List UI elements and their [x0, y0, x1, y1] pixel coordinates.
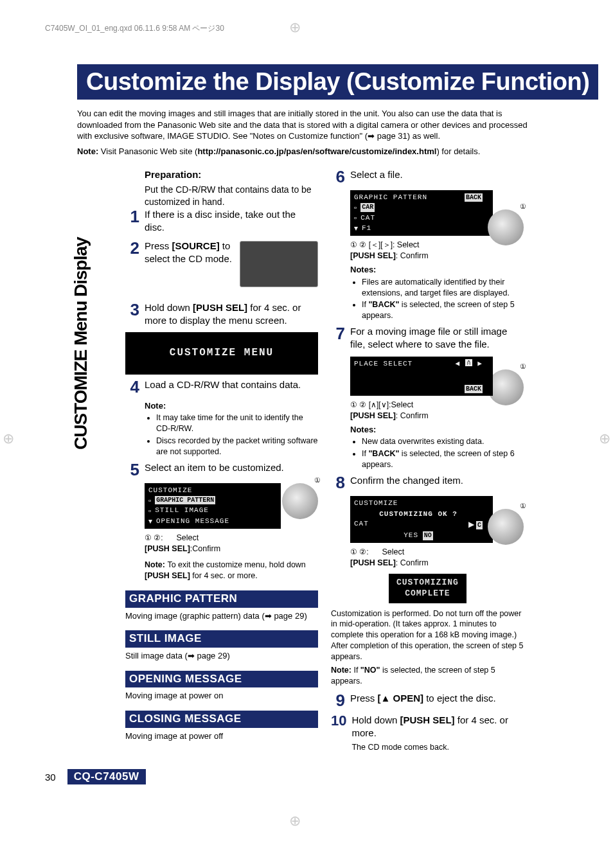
section-body: Moving image at power on	[125, 690, 318, 702]
section-body: Still image data (➡ page 29)	[125, 650, 318, 662]
section-body: Moving image (graphic pattern) data (➡ p…	[125, 610, 318, 622]
step-8: 8 Confirm the changed item.	[331, 474, 524, 491]
footer: 30 CQ-C7405W	[45, 769, 146, 784]
title-wrap: Customize the Display (Customize Functio…	[77, 64, 598, 100]
step-number: 8	[331, 474, 345, 491]
step-5-note: Note: To exit the customize menu, hold d…	[145, 560, 318, 581]
back-button: BACK	[465, 385, 483, 394]
knob-icon	[488, 509, 524, 545]
step-5-controls: ① ②: Select [PUSH SEL]:Confirm	[145, 533, 318, 554]
step-body: Load a CD-R/RW that contains data.	[145, 378, 318, 395]
step-8-controls: ① ②: Select [PUSH SEL]: Confirm	[350, 547, 524, 569]
registration-mark: ⊕	[289, 19, 301, 36]
page-title: Customize the Display (Customize Functio…	[77, 64, 598, 100]
note-bullet: Discs recorded by the packet writing sof…	[156, 436, 318, 457]
knob-icon	[488, 369, 524, 405]
section-still-image: STILL IMAGE	[125, 630, 318, 648]
section-graphic-pattern: GRAPHIC PATTERN	[125, 590, 318, 608]
note-bullet: Files are automatically identified by th…	[362, 277, 524, 299]
device-illustration	[240, 241, 318, 287]
lcd-confirm: CUSTOMIZE CUSTOMIZING OK ? CAT ▶ C YES N…	[350, 496, 493, 543]
page-number: 30	[45, 772, 56, 783]
back-button: BACK	[465, 193, 483, 202]
step-body: Press [▲ OPEN] to eject the disc.	[350, 692, 524, 709]
print-header: C7405W_OI_01_eng.qxd 06.11.6 9:58 AM ページ…	[45, 23, 224, 34]
preparation-body: Put the CD-R/RW that contains data to be…	[145, 184, 318, 208]
note-bullet: New data overwrites existing data.	[362, 436, 524, 447]
step-number: 10	[331, 714, 346, 753]
intro-paragraph: You can edit the moving images and still…	[77, 108, 539, 142]
intro-url: http://panasonic.co.jp/pas/en/software/c…	[197, 146, 436, 156]
step-number: 7	[331, 325, 345, 351]
step-body: Confirm the changed item.	[350, 474, 524, 491]
left-column: Preparation: Put the CD-R/RW that contai…	[125, 168, 318, 743]
lcd-complete-badge: CUSTOMIZINGCOMPLETE	[389, 574, 466, 603]
step-6: 6 Select a file.	[331, 168, 524, 185]
intro-text: You can edit the moving images and still…	[77, 108, 539, 157]
note-bullet: If "BACK" is selected, the screen of ste…	[362, 299, 524, 321]
side-tab-label: CUSTOMIZE Menu Display	[71, 237, 91, 450]
step-7: 7 For a moving image file or still image…	[331, 325, 524, 351]
lcd-customize-menu: CUSTOMIZE MENU	[125, 332, 318, 375]
step-8-paragraph: Customization is performed. Do not turn …	[331, 608, 524, 662]
lcd-customize-list: CUSTOMIZE ▫GRAPHIC PATTERN ▫STILL IMAGE …	[145, 483, 281, 529]
step-number: 4	[125, 378, 139, 395]
section-closing-message: CLOSING MESSAGE	[125, 711, 318, 728]
page: C7405W_OI_01_eng.qxd 06.11.6 9:58 AM ページ…	[0, 0, 613, 868]
step-8-note: Note: If "NO" is selected, the screen of…	[331, 665, 524, 687]
right-column: 6 Select a file. GRAPHIC PATTERN BACK ▫C…	[331, 168, 524, 758]
step-5: 5 Select an item to be customized.	[125, 461, 318, 478]
section-opening-message: OPENING MESSAGE	[125, 671, 318, 688]
step-4: 4 Load a CD-R/RW that contains data.	[125, 378, 318, 395]
step-number: 6	[331, 168, 345, 185]
step-10: 10 Hold down [PUSH SEL] for 4 sec. or mo…	[331, 714, 524, 753]
note-label: Note:	[77, 146, 101, 156]
step-body: Press [SOURCE] to select the CD mode.	[145, 240, 318, 288]
section-body: Moving image at power off	[125, 731, 318, 742]
step-number: 9	[331, 692, 345, 709]
step-number: 2	[125, 240, 139, 288]
model-badge: CQ-C7405W	[67, 769, 146, 784]
step-9: 9 Press [▲ OPEN] to eject the disc.	[331, 692, 524, 709]
step-body: Hold down [PUSH SEL] for 4 sec. or more …	[145, 301, 318, 328]
step-number: 3	[125, 301, 139, 328]
intro-note: Note: Visit Panasonic Web site (http://p…	[77, 146, 539, 157]
step-1: 1 If there is a disc inside, take out th…	[125, 208, 318, 235]
registration-mark: ⊕	[599, 430, 610, 447]
step-number: 1	[125, 208, 139, 235]
step-body: Select an item to be customized.	[145, 461, 318, 478]
step-body: If there is a disc inside, take out the …	[145, 208, 318, 235]
knob-icon	[282, 483, 318, 519]
registration-mark: ⊕	[3, 430, 14, 447]
preparation-block: Preparation: Put the CD-R/RW that contai…	[145, 168, 318, 208]
step-3: 3 Hold down [PUSH SEL] for 4 sec. or mor…	[125, 301, 318, 328]
lcd-file-list: GRAPHIC PATTERN BACK ▫CAR ▫CAT ▾F1	[350, 190, 493, 236]
step-4-notes: Note: It may take time for the unit to i…	[145, 400, 318, 457]
step-number: 5	[125, 461, 139, 478]
step-2: 2 Press [SOURCE] to select the CD mode.	[125, 240, 318, 288]
note-bullet: If "BACK" is selected, the screen of ste…	[362, 448, 524, 470]
step-body: For a moving image file or still image f…	[350, 325, 524, 351]
registration-mark: ⊕	[289, 813, 301, 829]
lcd-place-select: PLACE SELECT ◀ 🅰 ▶ BACK	[350, 357, 493, 396]
knob-icon	[488, 209, 524, 245]
step-body: Hold down [PUSH SEL] for 4 sec. or more.…	[351, 714, 524, 753]
preparation-label: Preparation:	[145, 168, 318, 181]
step-body: Select a file.	[350, 168, 524, 185]
note-bullet: It may take time for the unit to identif…	[156, 412, 318, 434]
